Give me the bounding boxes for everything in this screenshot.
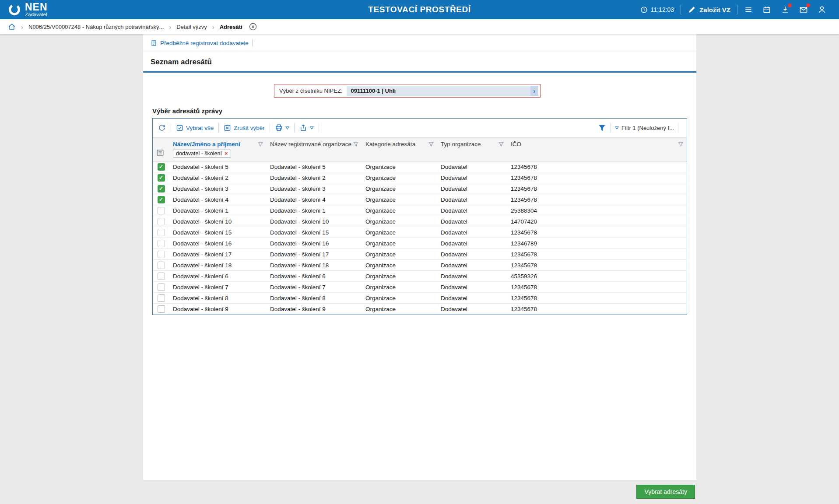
downloads-button[interactable]: [776, 5, 794, 14]
print-button[interactable]: [274, 124, 290, 132]
row-select-cell: [153, 218, 169, 225]
table-row[interactable]: Dodavatel - školení 2 Dodavatel - školen…: [153, 172, 687, 183]
select-all-label: Vybrat vše: [186, 125, 214, 131]
table-row[interactable]: Dodavatel - školení 8 Dodavatel - školen…: [153, 293, 687, 304]
breadcrumb-item-procedure[interactable]: N006/25/V00007248 - Nákup různých potrav…: [28, 24, 164, 30]
select-all-button[interactable]: Vybrat vše: [175, 124, 214, 132]
breadcrumb-item-detail[interactable]: Detail výzvy: [176, 24, 207, 30]
column-filter-icon[interactable]: [678, 142, 683, 147]
row-type: Dodavatel: [437, 218, 507, 225]
column-filter-icon[interactable]: [428, 142, 434, 147]
table-row[interactable]: Dodavatel - školení 1 Dodavatel - školen…: [153, 205, 687, 216]
row-checkbox[interactable]: [158, 196, 165, 203]
breadcrumb-item-adresati[interactable]: Adresáti: [220, 24, 242, 30]
breadcrumb-separator: ›: [212, 23, 214, 31]
breadcrumb-separator: ›: [169, 23, 171, 31]
row-checkbox[interactable]: [158, 207, 165, 214]
clock-icon: [640, 6, 648, 14]
row-category: Organizace: [362, 284, 437, 290]
export-button[interactable]: [298, 124, 315, 132]
column-filter-icon[interactable]: [498, 142, 504, 147]
table-row[interactable]: Dodavatel - školení 3 Dodavatel - školen…: [153, 183, 687, 194]
divider: [171, 123, 171, 133]
nipez-open-button[interactable]: ›: [530, 86, 538, 96]
calendar-button[interactable]: [758, 5, 776, 14]
row-name: Dodavatel - školení 4: [169, 196, 267, 203]
column-header-ico[interactable]: IČO: [507, 137, 687, 161]
row-checkbox[interactable]: [158, 240, 165, 247]
close-circle-icon[interactable]: [249, 22, 257, 31]
brand[interactable]: NEN Zadavatel: [8, 3, 48, 17]
column-header-name[interactable]: Název/Jméno a příjmení dodavatel - škole…: [169, 137, 267, 161]
row-org: Dodavatel - školení 7: [267, 284, 362, 290]
row-select-cell: [153, 174, 169, 182]
menu-button[interactable]: [739, 5, 758, 14]
column-header-type[interactable]: Typ organizace: [437, 137, 507, 161]
row-checkbox[interactable]: [158, 305, 165, 313]
filter-status[interactable]: Filtr 1 (Neuložený f...: [615, 125, 674, 131]
row-checkbox[interactable]: [158, 185, 165, 192]
calendar-icon: [762, 5, 771, 14]
column-header-row: IČO: [511, 141, 683, 147]
table-row[interactable]: Dodavatel - školení 10 Dodavatel - škole…: [153, 216, 687, 227]
brand-role: Zadavatel: [25, 12, 48, 17]
table-row[interactable]: Dodavatel - školení 5 Dodavatel - školen…: [153, 161, 687, 172]
register-supplier-link[interactable]: Předběžně registrovat dodavatele: [151, 40, 249, 46]
table-row[interactable]: Dodavatel - školení 18 Dodavatel - škole…: [153, 260, 687, 271]
row-checkbox[interactable]: [158, 284, 165, 291]
vybrat-adresaty-button[interactable]: Vybrat adresáty: [636, 485, 695, 499]
column-filter-icon[interactable]: [258, 142, 263, 147]
table-row[interactable]: Dodavatel - školení 16 Dodavatel - škole…: [153, 238, 687, 249]
chip-remove-icon[interactable]: ×: [225, 151, 228, 156]
column-header-category[interactable]: Kategorie adresáta: [362, 137, 437, 161]
page-title: Seznam adresátů: [151, 58, 689, 66]
row-ico: 12346789: [507, 240, 687, 247]
topbar: NEN Zadavatel TESTOVACÍ PROSTŘEDÍ 11:12:…: [0, 0, 839, 19]
column-filter-icon[interactable]: [353, 142, 358, 147]
column-header-org[interactable]: Název registrované organizace: [267, 137, 362, 161]
active-filter-button[interactable]: [597, 124, 607, 132]
table-row[interactable]: Dodavatel - školení 15 Dodavatel - škole…: [153, 227, 687, 238]
row-category: Organizace: [362, 306, 437, 312]
row-type: Dodavatel: [437, 186, 507, 192]
clear-selection-button[interactable]: Zrušit výběr: [223, 124, 266, 132]
row-ico: 12345678: [507, 284, 687, 290]
row-ico: 12345678: [507, 196, 687, 203]
grid-toolbar: Vybrat vše Zrušit výběr: [153, 119, 687, 137]
server-time: 11:12:03: [635, 6, 679, 14]
table-row[interactable]: Dodavatel - školení 4 Dodavatel - školen…: [153, 194, 687, 205]
brand-name: NEN: [25, 3, 48, 12]
row-checkbox[interactable]: [158, 229, 165, 236]
breadcrumb: › N006/25/V00007248 - Nákup různých potr…: [0, 19, 839, 34]
row-select-cell: [153, 262, 169, 269]
row-checkbox[interactable]: [158, 163, 165, 171]
row-name: Dodavatel - školení 2: [169, 175, 267, 181]
column-chooser-icon[interactable]: [156, 149, 164, 157]
table-row[interactable]: Dodavatel - školení 7 Dodavatel - školen…: [153, 282, 687, 293]
row-name: Dodavatel - školení 18: [169, 262, 267, 269]
table-row[interactable]: Dodavatel - školení 17 Dodavatel - škole…: [153, 249, 687, 260]
chevron-right-icon: ›: [533, 88, 535, 94]
divider: [270, 123, 270, 133]
row-checkbox[interactable]: [158, 273, 165, 280]
home-icon[interactable]: [8, 23, 16, 31]
row-org: Dodavatel - školení 5: [267, 164, 362, 170]
row-checkbox[interactable]: [158, 174, 165, 182]
refresh-button[interactable]: [157, 124, 167, 132]
messages-button[interactable]: [794, 5, 813, 14]
row-type: Dodavatel: [437, 273, 507, 280]
user-button[interactable]: [813, 5, 831, 14]
row-checkbox[interactable]: [158, 262, 165, 269]
row-checkbox[interactable]: [158, 218, 165, 225]
table-row[interactable]: Dodavatel - školení 9 Dodavatel - školen…: [153, 304, 687, 315]
table-row[interactable]: Dodavatel - školení 6 Dodavatel - školen…: [153, 271, 687, 282]
breadcrumb-separator: ›: [21, 23, 23, 31]
row-org: Dodavatel - školení 9: [267, 306, 362, 312]
nipez-value[interactable]: 09111100-1 | Uhlí: [347, 86, 530, 96]
row-ico: 45359326: [507, 273, 687, 280]
row-org: Dodavatel - školení 4: [267, 196, 362, 203]
divider: [294, 123, 295, 133]
zalozit-vz-button[interactable]: Založit VZ: [683, 5, 735, 14]
row-checkbox[interactable]: [158, 294, 165, 302]
row-checkbox[interactable]: [158, 251, 165, 258]
